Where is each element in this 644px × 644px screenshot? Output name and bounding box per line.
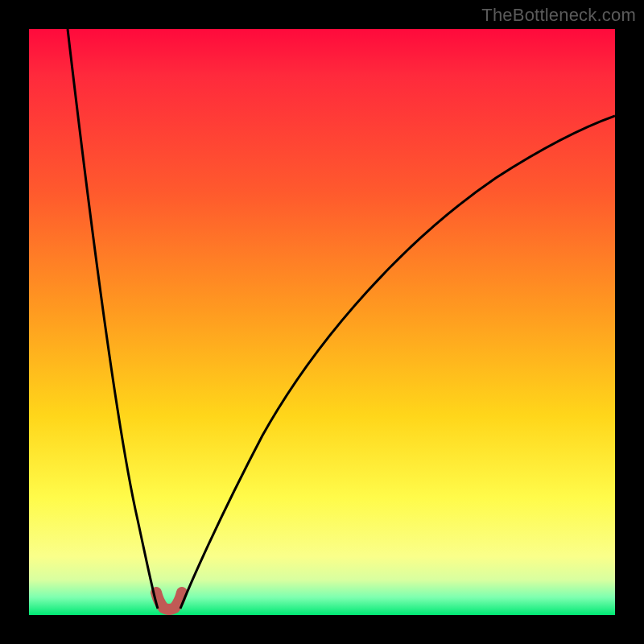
trough-marker (156, 592, 182, 609)
watermark-label: TheBottleneck.com (481, 5, 636, 26)
plot-area (29, 29, 615, 615)
curve-layer (29, 29, 615, 615)
left-branch-curve (68, 29, 158, 609)
right-branch-curve (180, 116, 615, 609)
chart-frame: TheBottleneck.com (0, 0, 644, 644)
